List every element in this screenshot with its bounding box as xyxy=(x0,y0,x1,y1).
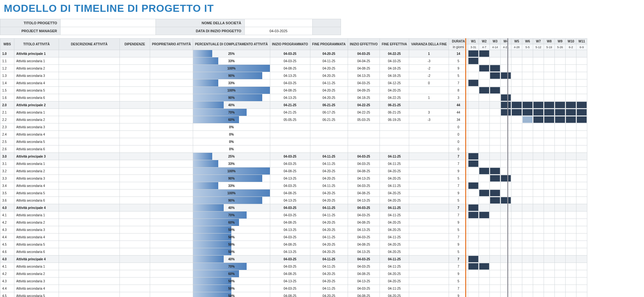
cell-pstart[interactable] xyxy=(270,123,310,131)
cell-owner[interactable] xyxy=(150,219,193,226)
cell-pct[interactable]: 33% xyxy=(193,182,270,189)
cell-task[interactable]: Attività secondaria 2 xyxy=(14,270,59,278)
cell-aend[interactable]: 04-10-25 xyxy=(380,57,409,65)
cell-aend[interactable]: 06-19-25 xyxy=(380,116,409,123)
pm-input[interactable] xyxy=(61,27,156,35)
cell-task[interactable]: Attività secondaria 6 xyxy=(14,145,59,153)
cell-pstart[interactable]: 04-08-25 xyxy=(270,189,310,197)
cell-aend[interactable]: 04-18-25 xyxy=(380,72,409,79)
cell-desc[interactable] xyxy=(59,131,120,138)
cell-pend[interactable]: 04-20-25 xyxy=(310,94,348,101)
cell-deps[interactable] xyxy=(120,226,150,234)
cell-astart[interactable]: 04-03-25 xyxy=(348,50,380,57)
cell-astart[interactable]: 04-09-25 xyxy=(348,87,380,94)
cell-wbs[interactable]: 3.6 xyxy=(0,197,14,204)
cell-desc[interactable] xyxy=(59,285,120,292)
cell-aend[interactable]: 04-11-25 xyxy=(380,263,409,270)
cell-task[interactable]: Attività secondaria 4 xyxy=(14,285,59,292)
cell-task[interactable]: Attività secondaria 4 xyxy=(14,182,59,189)
cell-pend[interactable]: 04-20-25 xyxy=(310,167,348,175)
cell-desc[interactable] xyxy=(59,248,120,256)
cell-task[interactable]: Attività secondaria 5 xyxy=(14,87,59,94)
cell-pct[interactable]: 0% xyxy=(193,145,270,153)
cell-task[interactable]: Attività secondaria 3 xyxy=(14,175,59,182)
cell-var[interactable] xyxy=(409,197,449,204)
cell-owner[interactable] xyxy=(150,160,193,167)
cell-owner[interactable] xyxy=(150,175,193,182)
cell-deps[interactable] xyxy=(120,145,150,153)
cell-deps[interactable] xyxy=(120,219,150,226)
cell-owner[interactable] xyxy=(150,94,193,101)
cell-desc[interactable] xyxy=(59,72,120,79)
cell-pend[interactable]: 04-11-25 xyxy=(310,285,348,292)
cell-wbs[interactable]: 2.4 xyxy=(0,131,14,138)
cell-pstart[interactable]: 04-13-25 xyxy=(270,94,310,101)
cell-pct[interactable]: 100% xyxy=(193,87,270,94)
cell-astart[interactable]: 04-03-25 xyxy=(348,285,380,292)
cell-task[interactable]: Attività secondaria 4 xyxy=(14,234,59,241)
cell-owner[interactable] xyxy=(150,263,193,270)
cell-aend[interactable]: 04-20-25 xyxy=(380,197,409,204)
cell-astart[interactable]: 04-03-25 xyxy=(348,204,380,212)
cell-pend[interactable]: 04-20-25 xyxy=(310,50,348,57)
cell-owner[interactable] xyxy=(150,226,193,234)
cell-task[interactable]: Attività secondaria 3 xyxy=(14,72,59,79)
cell-owner[interactable] xyxy=(150,101,193,109)
cell-deps[interactable] xyxy=(120,278,150,285)
cell-aend[interactable]: 04-20-25 xyxy=(380,167,409,175)
cell-astart[interactable]: 04-18-25 xyxy=(348,94,380,101)
cell-owner[interactable] xyxy=(150,87,193,94)
cell-var[interactable] xyxy=(409,189,449,197)
cell-aend[interactable] xyxy=(380,138,409,145)
cell-aend[interactable]: 04-11-25 xyxy=(380,234,409,241)
cell-task[interactable]: Attività secondaria 6 xyxy=(14,197,59,204)
cell-deps[interactable] xyxy=(120,138,150,145)
cell-pstart[interactable]: 04-21-25 xyxy=(270,101,310,109)
cell-pend[interactable] xyxy=(310,145,348,153)
cell-owner[interactable] xyxy=(150,65,193,72)
cell-desc[interactable] xyxy=(59,79,120,87)
cell-var[interactable]: -2 xyxy=(409,65,449,72)
cell-wbs[interactable]: 4.1 xyxy=(0,263,14,270)
cell-desc[interactable] xyxy=(59,234,120,241)
cell-pstart[interactable]: 04-13-25 xyxy=(270,197,310,204)
cell-desc[interactable] xyxy=(59,145,120,153)
cell-pstart[interactable]: 04-08-25 xyxy=(270,241,310,248)
cell-pend[interactable]: 04-20-25 xyxy=(310,270,348,278)
cell-deps[interactable] xyxy=(120,123,150,131)
cell-astart[interactable]: 04-13-25 xyxy=(348,248,380,256)
cell-desc[interactable] xyxy=(59,182,120,189)
cell-owner[interactable] xyxy=(150,182,193,189)
cell-pend[interactable]: 04-11-25 xyxy=(310,160,348,167)
cell-pstart[interactable]: 04-03-25 xyxy=(270,204,310,212)
cell-task[interactable]: Attività secondaria 5 xyxy=(14,189,59,197)
cell-var[interactable] xyxy=(409,131,449,138)
cell-pend[interactable]: 04-20-25 xyxy=(310,226,348,234)
cell-aend[interactable]: 04-20-25 xyxy=(380,226,409,234)
cell-aend[interactable]: 04-11-25 xyxy=(380,182,409,189)
cell-deps[interactable] xyxy=(120,116,150,123)
cell-owner[interactable] xyxy=(150,189,193,197)
cell-aend[interactable]: 06-21-25 xyxy=(380,109,409,116)
cell-desc[interactable] xyxy=(59,153,120,160)
cell-task[interactable]: Attività principale 4 xyxy=(14,204,59,212)
cell-wbs[interactable]: 3.5 xyxy=(0,189,14,197)
cell-aend[interactable]: 04-12-25 xyxy=(380,79,409,87)
cell-astart[interactable]: 04-22-25 xyxy=(348,109,380,116)
cell-pstart[interactable]: 04-13-25 xyxy=(270,226,310,234)
cell-wbs[interactable]: 1.5 xyxy=(0,87,14,94)
cell-pct[interactable]: 70% xyxy=(193,212,270,219)
cell-pct[interactable]: 60% xyxy=(193,270,270,278)
cell-pstart[interactable]: 04-03-25 xyxy=(270,50,310,57)
cell-pend[interactable]: 04-20-25 xyxy=(310,197,348,204)
cell-owner[interactable] xyxy=(150,241,193,248)
cell-var[interactable] xyxy=(409,248,449,256)
cell-deps[interactable] xyxy=(120,109,150,116)
cell-aend[interactable]: 04-11-25 xyxy=(380,212,409,219)
cell-var[interactable] xyxy=(409,270,449,278)
cell-pct[interactable]: 60% xyxy=(193,219,270,226)
cell-task[interactable]: Attività secondaria 4 xyxy=(14,79,59,87)
cell-pct[interactable]: 40% xyxy=(193,256,270,263)
cell-wbs[interactable]: 1.3 xyxy=(0,72,14,79)
cell-desc[interactable] xyxy=(59,263,120,270)
